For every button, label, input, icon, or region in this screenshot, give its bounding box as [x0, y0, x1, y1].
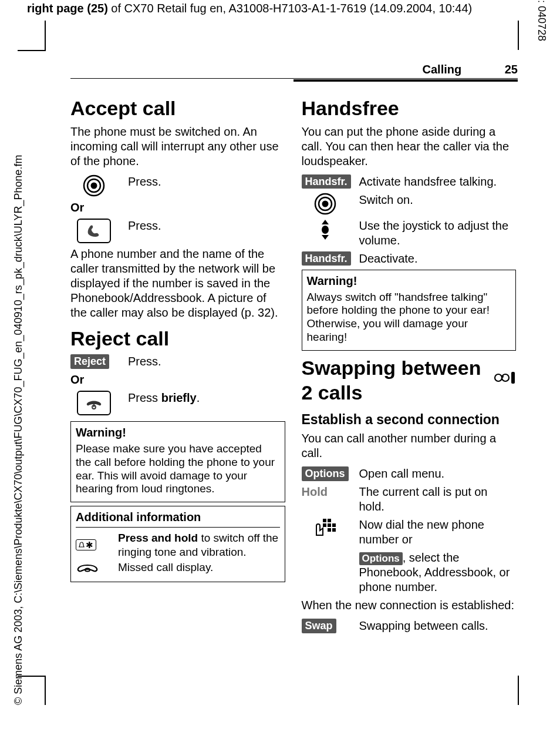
svg-point-10: [322, 226, 329, 234]
swap-action-text: Swapping between calls.: [359, 619, 517, 633]
right-column: Handsfree You can put the phone aside du…: [302, 91, 517, 679]
handsfree-intro: You can put the phone aside during a cal…: [302, 125, 517, 169]
warning-title: Warning!: [76, 425, 280, 440]
accept-or: Or: [70, 200, 285, 215]
swap-dial-text: Now dial the new phone number or: [359, 518, 517, 547]
warning-hf-title: Warning!: [307, 274, 511, 288]
warning-accept-box: Warning! Please make sure you have accep…: [70, 421, 285, 502]
handsfree-activate: Activate handsfree talking.: [359, 174, 517, 189]
svg-rect-22: [332, 528, 336, 532]
top-meta-rest: of CX70 Retail fug en, A31008-H7103-A1-1…: [108, 2, 472, 15]
dial-keypad-icon: [315, 518, 336, 539]
warning-handsfree-box: Warning! Always switch off "handsfree ta…: [302, 270, 517, 351]
end-key-icon: [77, 391, 111, 415]
additional-info-box: Additional information ✱ Press and hold …: [70, 506, 285, 582]
hold-label: Hold: [302, 485, 328, 499]
svg-rect-17: [328, 519, 331, 522]
swap-intro: You can call another number during a cal…: [302, 431, 517, 461]
svg-rect-20: [332, 523, 336, 527]
handsfree-title: Handsfree: [302, 96, 517, 121]
top-meta-bold: right page (25): [27, 2, 108, 15]
reject-press-briefly: Press briefly.: [128, 391, 285, 405]
handsfree-deactivate: Deactivate.: [359, 251, 517, 266]
svg-rect-19: [328, 523, 331, 527]
warning-body: Please make sure you have accepted the c…: [76, 442, 280, 496]
handsfree-joystick: Use the joystick to adjust the volume.: [359, 219, 517, 248]
missed-call-icon: [76, 560, 99, 575]
top-meta-line: right page (25) of CX70 Retail fug en, A…: [27, 1, 472, 16]
swap-open-menu: Open call menu.: [359, 466, 517, 481]
swap-title: Swapping between 2 calls: [302, 355, 481, 405]
header-page-number: 25: [505, 62, 518, 77]
joystick-up-down-icon: [319, 219, 332, 241]
svg-marker-11: [322, 235, 329, 240]
swap-softkey: Swap: [302, 619, 336, 633]
handsfree-switch-on: Switch on.: [359, 193, 517, 207]
svg-point-8: [322, 200, 328, 207]
reject-call-title: Reject call: [70, 326, 285, 351]
handsfree-softkey-off: Handsfr.: [302, 251, 351, 266]
reject-press: Press.: [128, 354, 285, 369]
call-key-icon: [77, 219, 111, 243]
svg-point-12: [495, 374, 502, 381]
accept-press-2: Press.: [128, 219, 285, 233]
swap-icon: [492, 370, 516, 386]
swap-options-select: Options, select the Phonebook, Addressbo…: [359, 550, 517, 595]
accept-press-1: Press.: [128, 174, 285, 189]
left-column: Accept call The phone must be switched o…: [70, 91, 285, 679]
joystick-press-icon: [314, 193, 336, 215]
accept-body: A phone number and the name of the calle…: [70, 247, 285, 320]
svg-point-13: [502, 374, 509, 381]
reject-or: Or: [70, 372, 285, 387]
warning-hf-body: Always switch off "handsfree talking" be…: [307, 291, 511, 344]
svg-rect-15: [511, 372, 515, 384]
options-softkey-1: Options: [302, 466, 349, 481]
options-softkey-2: Options: [359, 552, 403, 565]
addinfo-line-1: Press and hold to switch off the ringing…: [118, 531, 280, 559]
ring-off-icon: ✱: [76, 539, 96, 550]
side-right-text: VAR Language: en; VAR issue date: 040728: [535, 0, 549, 41]
addinfo-line-2: Missed call display.: [118, 560, 280, 575]
side-left-text: © Siemens AG 2003, C:\Siemens\Produkte\C…: [12, 155, 25, 705]
swap-when-text: When the new connection is established:: [302, 598, 517, 613]
handsfree-softkey-on: Handsfr.: [302, 174, 351, 189]
running-header: Calling 25: [294, 62, 518, 82]
swap-hold-text: The current call is put on hold.: [359, 485, 517, 514]
accept-call-title: Accept call: [70, 96, 285, 121]
header-section: Calling: [423, 63, 462, 76]
additional-info-title: Additional information: [76, 510, 280, 528]
svg-point-2: [91, 182, 97, 189]
accept-call-intro: The phone must be switched on. An incomi…: [70, 125, 285, 169]
svg-rect-18: [323, 523, 326, 527]
svg-point-14: [501, 375, 504, 378]
swap-subheading: Establish a second connection: [302, 411, 517, 428]
svg-marker-9: [322, 220, 329, 224]
svg-rect-16: [323, 519, 326, 522]
svg-rect-21: [328, 528, 331, 532]
joystick-press-icon: [83, 174, 105, 197]
reject-softkey: Reject: [70, 354, 109, 369]
